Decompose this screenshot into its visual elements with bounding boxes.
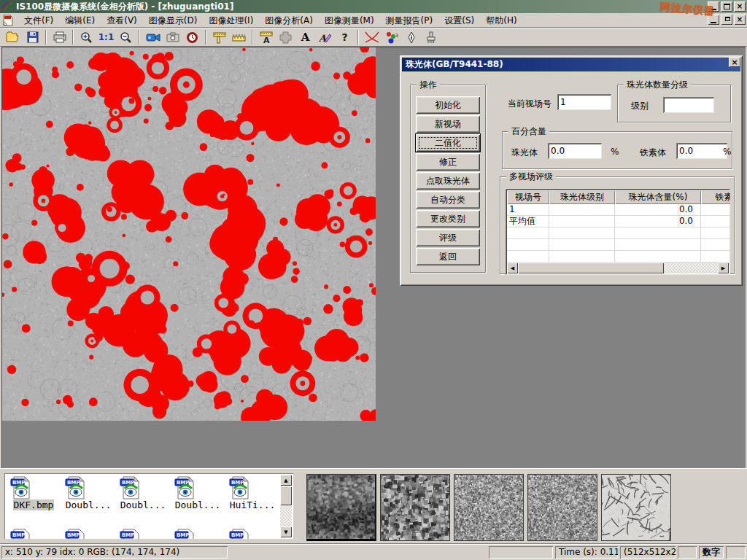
pick-pearlite-button[interactable]: 点取珠光体 <box>416 172 480 190</box>
new-field-button[interactable]: 新视场 <box>416 115 480 133</box>
pen-button[interactable] <box>402 29 420 45</box>
ruler-button[interactable] <box>230 29 248 45</box>
gallery-thumbnail[interactable] <box>380 474 450 541</box>
measure-label-button[interactable]: A <box>257 29 275 45</box>
image-size-status: (512x512x24) <box>620 546 676 559</box>
close-button[interactable]: × <box>734 1 746 12</box>
pen-nib-icon <box>407 31 416 44</box>
file-item[interactable]: BMP HuiTi... <box>228 476 277 510</box>
annotate-button[interactable]: A <box>316 29 334 45</box>
child-close-button[interactable]: × <box>734 15 746 25</box>
caliper-icon <box>213 31 226 44</box>
menu-image-analysis[interactable]: 图像分析(A) <box>259 13 319 28</box>
change-class-button[interactable]: 更改类别 <box>416 210 480 228</box>
grade-input[interactable] <box>663 97 714 113</box>
menu-image-display[interactable]: 图像显示(D) <box>143 13 204 28</box>
child-minimize-icon <box>711 22 716 23</box>
scrollbar-thumb[interactable] <box>280 486 292 505</box>
window-title: IS100显微摄像系统(金相分析版) - [zhuguangti01] <box>16 1 233 13</box>
scrollbar-track[interactable] <box>664 262 718 273</box>
file-item[interactable]: BMP Doubl... <box>118 476 168 510</box>
menu-settings[interactable]: 设置(S) <box>438 13 480 28</box>
col-field-no[interactable]: 视场号 <box>507 190 549 204</box>
file-item[interactable]: BMP Doubl... <box>173 476 222 510</box>
child-restore-button[interactable] <box>721 15 732 25</box>
open-button[interactable] <box>4 29 22 45</box>
file-name[interactable]: DKF.bmp <box>13 499 55 510</box>
file-name[interactable]: HuiTi... <box>229 499 276 510</box>
table-horizontal-scrollbar[interactable]: ◀ ▶ <box>507 262 729 273</box>
pearlite-percent-input[interactable] <box>548 143 602 159</box>
micrograph-image[interactable] <box>2 47 376 421</box>
table-row[interactable]: 平均值 0.0 <box>507 216 729 228</box>
menu-view[interactable]: 查看(V) <box>101 13 143 28</box>
file-item[interactable]: BMP <box>9 529 58 539</box>
print-button[interactable] <box>50 29 69 45</box>
restore-button[interactable] <box>721 1 732 12</box>
current-field-input[interactable] <box>557 94 611 110</box>
file-name[interactable]: Doubl... <box>120 499 167 510</box>
menu-file[interactable]: 文件(F) <box>18 13 59 28</box>
menu-help[interactable]: 帮助(H) <box>480 13 522 28</box>
caliper-button[interactable] <box>210 29 228 45</box>
minimize-button[interactable] <box>708 1 719 12</box>
auto-classify-button[interactable]: 自动分类 <box>416 191 480 209</box>
file-item[interactable]: BMP <box>228 529 277 539</box>
scroll-down-button[interactable]: ▼ <box>280 526 292 537</box>
gallery-thumbnail[interactable] <box>527 474 597 541</box>
file-name[interactable]: Doubl... <box>65 499 112 510</box>
gallery-panel: BMP DKF.bmp BMP Doubl... <box>0 468 747 543</box>
file-item[interactable]: BMP DKF.bmp <box>9 476 58 510</box>
gallery-thumbnail[interactable] <box>454 474 524 541</box>
phase-particles-button[interactable]: 3 <box>382 29 400 45</box>
col-pearlite-content[interactable]: 珠光体含量(%) <box>615 190 701 204</box>
menu-image-processing[interactable]: 图像处理(I) <box>203 13 259 28</box>
save-button[interactable] <box>23 29 42 45</box>
scroll-up-icon: ▲ <box>284 478 287 483</box>
dialog-close-button[interactable]: × <box>729 57 740 67</box>
ferrite-percent-input[interactable] <box>676 143 727 159</box>
dialog-close-icon: × <box>731 58 738 67</box>
gallery-thumbnail[interactable] <box>306 474 376 541</box>
file-item[interactable]: BMP <box>118 529 168 539</box>
return-button[interactable]: 返回 <box>416 248 480 265</box>
button-label: 初始化 <box>435 99 461 112</box>
video-capture-button[interactable] <box>144 29 162 45</box>
scroll-right-button[interactable]: ▶ <box>718 262 729 273</box>
brush-button[interactable] <box>422 29 440 45</box>
actual-size-button[interactable]: 1:1 <box>97 29 115 45</box>
grid-cross-button[interactable] <box>276 29 295 45</box>
help-button[interactable]: ? <box>336 29 354 45</box>
file-name[interactable]: Doubl... <box>174 499 222 510</box>
text-a-icon: A <box>301 31 310 44</box>
toolbar-separator <box>72 30 74 44</box>
col-ferrite-content[interactable]: 铁素体含量(%) <box>701 190 730 204</box>
scroll-left-button[interactable]: ◀ <box>507 262 518 273</box>
dialog-title-bar: 珠光体(GB/T9441-88) <box>402 58 740 71</box>
binarize-button[interactable]: 二值化 <box>416 134 480 152</box>
menu-image-measure[interactable]: 图像测量(M) <box>319 13 380 28</box>
file-item[interactable]: BMP Doubl... <box>63 476 113 510</box>
gallery-thumbnail[interactable] <box>601 474 671 541</box>
scrollbar-thumb[interactable] <box>518 262 664 273</box>
file-list-scrollbar[interactable]: ▲ ▼ <box>280 475 292 537</box>
scroll-up-button[interactable]: ▲ <box>280 475 292 486</box>
zoom-out-button[interactable] <box>117 29 135 45</box>
rate-button[interactable]: 评级 <box>416 229 480 246</box>
menu-measure-report[interactable]: 测量报告(P) <box>380 13 439 28</box>
file-item[interactable]: BMP <box>63 529 113 539</box>
child-minimize-button[interactable] <box>708 15 719 25</box>
file-list: BMP DKF.bmp BMP Doubl... <box>4 473 293 539</box>
col-pearlite-grade[interactable]: 珠光体级别 <box>549 190 615 204</box>
file-item[interactable]: BMP <box>173 529 222 539</box>
table-row[interactable]: 1 0.0 <box>507 204 729 216</box>
annotate-pencil-icon: A <box>318 31 332 43</box>
text-button[interactable]: A <box>296 29 314 45</box>
correct-button[interactable]: 修正 <box>416 153 480 171</box>
initialize-button[interactable]: 初始化 <box>416 96 480 114</box>
menu-edit[interactable]: 编辑(E) <box>59 13 101 28</box>
curve-tool-button[interactable] <box>363 29 381 45</box>
zoom-in-button[interactable] <box>77 29 96 45</box>
camera-capture-button[interactable] <box>163 29 182 45</box>
timer-button[interactable] <box>183 29 201 45</box>
